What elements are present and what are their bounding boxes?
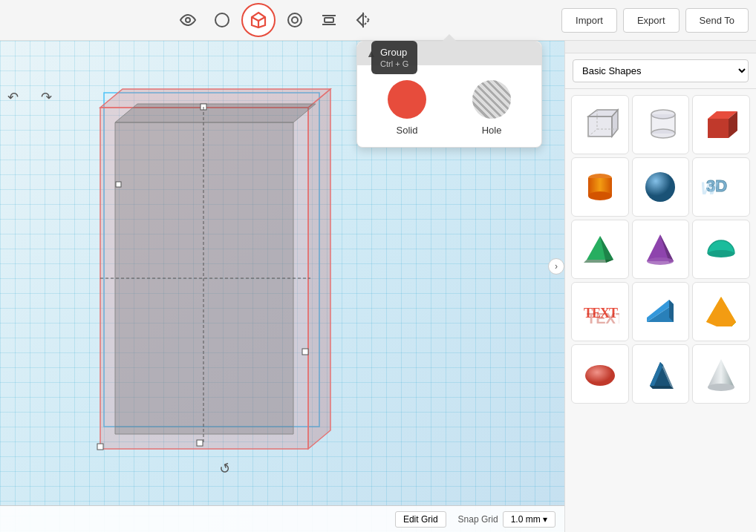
toolbar-right: Import Export Send To (561, 8, 749, 33)
undo-button[interactable]: ↶ (7, 89, 19, 105)
svg-point-64 (647, 257, 674, 265)
svg-line-2 (252, 17, 258, 21)
hole-label: Hole (482, 125, 502, 136)
green-pyramid-item[interactable] (571, 220, 629, 279)
shape-category-select[interactable]: Basic Shapes Featured Shape Generators L… (573, 59, 749, 82)
svg-rect-20 (197, 440, 203, 446)
dark-blue-prism-item[interactable] (632, 344, 690, 404)
group-button[interactable] (241, 3, 276, 37)
red-text-item[interactable]: TEXT TEXT (571, 282, 629, 341)
svg-marker-79 (708, 359, 734, 387)
snap-dropdown-icon: ▾ (543, 514, 547, 525)
pink-ellipsoid-item[interactable] (571, 344, 629, 404)
svg-point-65 (708, 250, 734, 257)
snap-value-button[interactable]: 1.0 mm ▾ (503, 511, 555, 528)
cylinder-wireframe-item[interactable] (632, 95, 690, 154)
svg-marker-50 (708, 119, 729, 138)
svg-text:↺: ↺ (218, 460, 233, 478)
svg-point-1 (215, 13, 229, 27)
shape-selector-row: Basic Shapes Featured Shape Generators L… (565, 53, 756, 89)
edit-grid-button[interactable]: Edit Grid (395, 511, 446, 528)
box-shape-item[interactable] (571, 95, 629, 154)
popup-collapse-button[interactable]: ▲ (366, 47, 377, 59)
svg-point-56 (645, 172, 675, 202)
svg-point-80 (708, 384, 734, 391)
svg-marker-61 (584, 260, 613, 263)
solid-label: Solid (397, 125, 418, 136)
blue-sphere-item[interactable] (632, 157, 690, 217)
nav-controls: ↶ ↷ (7, 89, 52, 105)
svg-point-0 (186, 18, 190, 22)
svg-point-6 (292, 17, 298, 23)
svg-marker-72 (706, 297, 736, 326)
3d-object: ↺ (45, 85, 356, 479)
svg-marker-78 (650, 386, 674, 389)
popup-arrow (442, 34, 457, 42)
svg-rect-8 (325, 18, 333, 22)
svg-rect-21 (116, 182, 121, 187)
solid-sphere (388, 80, 426, 119)
popup-header: ▲ S... (357, 42, 541, 65)
svg-point-74 (585, 365, 615, 386)
flip-button[interactable] (348, 5, 378, 35)
shapes-grid: 3D W (565, 89, 756, 410)
svg-marker-16 (115, 104, 316, 122)
svg-point-55 (588, 191, 612, 200)
send-to-button[interactable]: Send To (685, 8, 749, 33)
gray-cone-item[interactable] (692, 344, 750, 404)
align-button[interactable] (314, 5, 344, 35)
red-cube-item[interactable] (692, 95, 750, 154)
svg-line-3 (258, 17, 265, 21)
blue-wedge-item[interactable] (632, 282, 690, 341)
toolbar-center (173, 3, 378, 37)
redo-button[interactable]: ↷ (41, 89, 52, 105)
svg-text:TEXT: TEXT (587, 310, 619, 326)
svg-rect-19 (97, 444, 103, 450)
svg-point-49 (651, 129, 675, 138)
right-panel: Basic Shapes Featured Shape Generators L… (564, 0, 756, 532)
view-button[interactable] (173, 5, 203, 35)
yellow-pyramid-item[interactable] (692, 282, 750, 341)
snap-grid-control: Snap Grid 1.0 mm ▾ (458, 511, 555, 528)
teal-dome-item[interactable] (692, 220, 750, 279)
group-popup: ▲ S... Solid Hole (356, 41, 542, 148)
hole-sphere (472, 80, 511, 119)
svg-rect-18 (302, 349, 308, 355)
snap-grid-label: Snap Grid (458, 514, 498, 525)
main-toolbar: Import Export Send To (0, 0, 756, 41)
solid-option[interactable]: Solid (388, 80, 426, 136)
expand-panel-button[interactable]: › (548, 258, 564, 275)
shape-button[interactable] (207, 5, 237, 35)
text3d-item[interactable]: 3D W (692, 157, 750, 217)
snap-value-text: 1.0 mm (511, 514, 541, 525)
hole-option[interactable]: Hole (472, 80, 511, 136)
export-button[interactable]: Export (623, 8, 680, 33)
orange-cylinder-item[interactable] (571, 157, 629, 217)
popup-header-label: S... (382, 48, 396, 59)
svg-point-5 (288, 13, 302, 27)
popup-options: Solid Hole (357, 65, 541, 147)
import-button[interactable]: Import (561, 8, 617, 33)
bottom-bar: Edit Grid Snap Grid 1.0 mm ▾ (0, 505, 564, 532)
hole-button[interactable] (280, 5, 310, 35)
purple-cone-item[interactable] (632, 220, 690, 279)
svg-marker-15 (308, 89, 330, 449)
